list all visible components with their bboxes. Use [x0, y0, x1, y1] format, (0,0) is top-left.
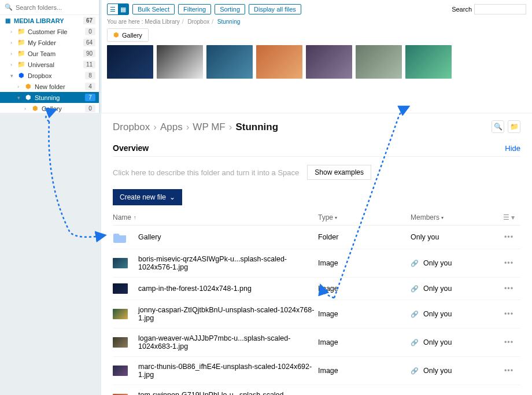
row-actions-button[interactable]: •••: [497, 259, 520, 267]
folder-count: 0: [85, 28, 95, 35]
media-library-header[interactable]: ▦ MEDIA LIBRARY 67: [0, 15, 99, 26]
file-type: Image: [318, 338, 411, 346]
display-all-files-button[interactable]: Display all files: [249, 4, 301, 14]
file-members: Only you: [423, 367, 452, 375]
col-members-header[interactable]: Members ▾: [411, 213, 497, 222]
overview-bar: Overview Hide: [113, 143, 520, 157]
media-thumbnail[interactable]: [157, 45, 203, 79]
link-icon: 🔗: [411, 285, 419, 293]
create-new-file-button[interactable]: Create new file ⌄: [113, 189, 182, 205]
grid-view-button[interactable]: ▦: [118, 4, 128, 14]
table-row[interactable]: tom-swinnen-G719UpPhLlo-u...splash-scale…: [113, 385, 520, 395]
library-main: ☰ ▦ Bulk Select Filtering Sorting Displa…: [99, 0, 532, 113]
row-actions-button[interactable]: •••: [497, 367, 520, 375]
db-bc-current: Stunning: [235, 121, 278, 133]
row-actions-button[interactable]: •••: [497, 285, 520, 293]
image-thumbnail-icon: [113, 337, 128, 348]
media-thumbnail[interactable]: [306, 45, 352, 79]
node-label: Stunning: [35, 94, 60, 101]
row-actions-button[interactable]: •••: [497, 338, 520, 346]
filtering-button[interactable]: Filtering: [178, 4, 211, 14]
bulk-select-button[interactable]: Bulk Select: [132, 4, 175, 14]
media-thumbnail[interactable]: [405, 45, 452, 79]
file-name: Gallery: [138, 233, 161, 241]
chevron-icon: ›: [24, 106, 31, 112]
dropbox-icon: ⬢: [24, 83, 32, 90]
toolbar-search-input[interactable]: [474, 4, 526, 14]
file-name: tom-swinnen-G719UpPhLlo-u...splash-scale…: [138, 391, 318, 395]
breadcrumb: You are here : Media Library/ Dropbox/ S…: [107, 15, 526, 28]
table-row[interactable]: marc-thunis-0B86_ifhE4E-unsplash-scaled-…: [113, 357, 520, 385]
node-count: 0: [85, 105, 95, 112]
row-actions-button[interactable]: •••: [497, 310, 520, 318]
sorting-button[interactable]: Sorting: [215, 4, 245, 14]
sidebar: 🔍 ▦ MEDIA LIBRARY 67 ›📁Customer File0›📁M…: [0, 0, 99, 113]
file-members: Only you: [423, 259, 452, 267]
col-name-header[interactable]: Name ↑: [113, 213, 318, 222]
chevron-icon: ›: [17, 84, 24, 90]
media-thumbnail[interactable]: [356, 45, 402, 79]
folder-view-button[interactable]: 📁: [508, 120, 520, 133]
tree-dropbox-child[interactable]: ▾⬢Stunning7: [0, 92, 99, 103]
image-thumbnail-icon: [113, 258, 128, 268]
media-thumbnail[interactable]: [107, 45, 153, 79]
file-type: Folder: [318, 233, 411, 241]
chevron-right-icon: ›: [10, 29, 17, 35]
list-view-button[interactable]: ☰: [108, 4, 118, 14]
hide-link[interactable]: Hide: [505, 144, 520, 153]
db-bc-item[interactable]: Apps: [160, 121, 183, 133]
db-bc-item[interactable]: WP MF: [193, 121, 225, 133]
tree-dropbox[interactable]: ▾ ⬢ Dropbox 8: [0, 70, 99, 81]
media-thumbnail[interactable]: [256, 45, 302, 79]
col-type-header[interactable]: Type ▾: [318, 213, 411, 222]
tree-folder[interactable]: ›📁My Folder64: [0, 37, 99, 48]
node-count: 7: [85, 94, 95, 101]
table-row[interactable]: camp-in-the-forest-1024x748-1.pngImage🔗O…: [113, 278, 520, 300]
header-label: MEDIA LIBRARY: [14, 17, 64, 24]
search-label: Search: [452, 6, 472, 13]
node-label: New folder: [35, 83, 65, 90]
dropbox-panel: Dropbox› Apps› WP MF› Stunning 🔍 📁 Overv…: [101, 113, 532, 395]
search-button[interactable]: 🔍: [492, 120, 504, 133]
collapse-icon: ▾: [10, 73, 17, 79]
folder-count: 64: [83, 39, 95, 46]
tree-folder[interactable]: ›📁Customer File0: [0, 26, 99, 37]
file-type: Image: [318, 259, 411, 267]
db-bc-item[interactable]: Dropbox: [113, 121, 150, 133]
media-thumbnail[interactable]: [206, 45, 253, 79]
thumbnail-grid: [107, 45, 526, 79]
chevron-right-icon: ›: [10, 51, 17, 57]
dropbox-icon: ⬢: [24, 94, 32, 101]
describe-text[interactable]: Click here to describe this folder and t…: [113, 168, 299, 177]
breadcrumb-part[interactable]: Dropbox: [187, 19, 209, 25]
breadcrumb-current: Stunning: [217, 19, 240, 25]
table-row[interactable]: GalleryFolderOnly you•••: [113, 226, 520, 249]
dropbox-corner-tools: 🔍 📁: [492, 120, 520, 133]
tree-dropbox-child[interactable]: ›⬢New folder4: [0, 81, 99, 92]
sort-icon: ▾: [441, 215, 444, 220]
folder-icon: 📁: [17, 28, 25, 35]
view-options-button[interactable]: ☰ ▾: [497, 213, 520, 222]
gallery-folder-button[interactable]: ⬢ Gallery: [107, 28, 149, 42]
link-icon: 🔗: [411, 311, 419, 318]
link-icon: 🔗: [411, 339, 419, 346]
table-row[interactable]: boris-misevic-qrz4ASIWgPk-u...splash-sca…: [113, 249, 520, 278]
file-name: logan-weaver-wAJJJbP7mbc-u...splash-scal…: [138, 334, 318, 350]
tree-folder[interactable]: ›📁Universal11: [0, 59, 99, 70]
row-actions-button[interactable]: •••: [497, 233, 520, 241]
folder-icon: 📁: [17, 50, 25, 57]
dropbox-count: 8: [85, 72, 95, 79]
table-row[interactable]: jonny-caspari-ZtIQjtbkBnU-unsplash-scale…: [113, 300, 520, 328]
breadcrumb-part[interactable]: Media Library: [145, 19, 180, 25]
table-row[interactable]: logan-weaver-wAJJJbP7mbc-u...splash-scal…: [113, 328, 520, 357]
folder-label: My Folder: [28, 39, 56, 46]
table-header: Name ↑ Type ▾ Members ▾ ☰ ▾: [113, 210, 520, 226]
search-folders-input[interactable]: [16, 4, 94, 11]
dropbox-breadcrumb: Dropbox› Apps› WP MF› Stunning: [113, 121, 520, 133]
header-count: 67: [83, 17, 95, 24]
dropbox-label: Dropbox: [28, 72, 52, 79]
describe-row: Click here to describe this folder and t…: [113, 165, 520, 180]
node-count: 4: [85, 83, 95, 90]
tree-folder[interactable]: ›📁Our Team90: [0, 48, 99, 59]
show-examples-button[interactable]: Show examples: [307, 165, 371, 180]
